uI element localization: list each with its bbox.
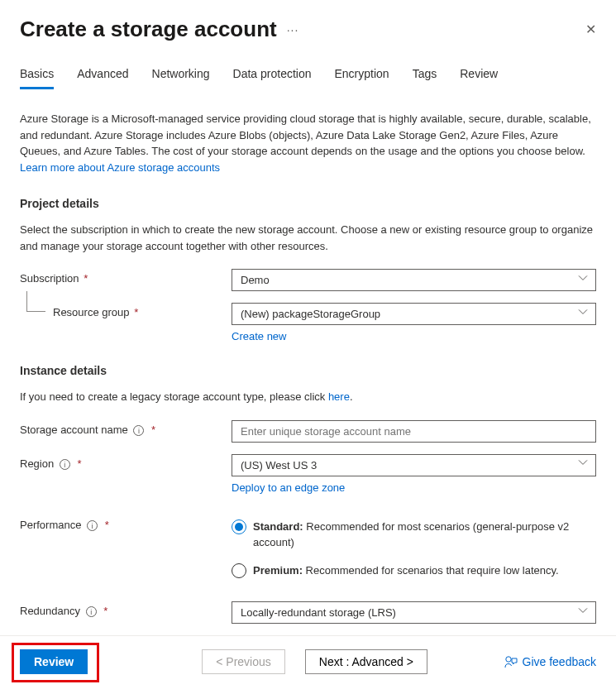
next-button[interactable]: Next : Advanced > <box>305 649 427 674</box>
performance-premium-radio[interactable]: Premium: Recommended for scenarios that … <box>232 562 596 579</box>
subscription-label: Subscription <box>20 272 79 285</box>
resource-group-row: Resource group * (New) packageStorageGro… <box>20 303 596 342</box>
region-select[interactable]: (US) West US 3 <box>232 454 596 476</box>
close-icon[interactable]: ✕ <box>585 22 596 37</box>
learn-more-link[interactable]: Learn more about Azure storage accounts <box>20 161 220 174</box>
edge-zone-link[interactable]: Deploy to an edge zone <box>232 481 345 494</box>
required-mark: * <box>77 457 81 470</box>
project-details-heading: Project details <box>20 197 596 210</box>
info-icon[interactable]: i <box>87 520 98 531</box>
subscription-row: Subscription * Demo <box>20 269 596 291</box>
tab-data-protection[interactable]: Data protection <box>233 67 312 89</box>
tab-encryption[interactable]: Encryption <box>335 67 389 89</box>
resource-group-select[interactable]: (New) packageStorageGroup <box>232 303 596 325</box>
storage-name-label: Storage account name <box>20 424 128 436</box>
wizard-footer: Review < Previous Next : Advanced > Give… <box>0 635 616 694</box>
performance-label: Performance <box>20 519 81 531</box>
radio-icon <box>232 563 246 578</box>
resource-group-label: Resource group <box>53 306 130 318</box>
feedback-link[interactable]: Give feedback <box>504 655 597 668</box>
wizard-tabs: Basics Advanced Networking Data protecti… <box>20 67 596 89</box>
feedback-icon <box>504 655 518 668</box>
required-mark: * <box>103 605 107 617</box>
storage-name-input[interactable] <box>232 420 596 443</box>
required-mark: * <box>105 519 109 531</box>
performance-standard-radio[interactable]: Standard: Recommended for most scenarios… <box>232 519 596 551</box>
storage-name-row: Storage account name i * <box>20 420 596 443</box>
redundancy-row: Redundancy i * Locally-redundant storage… <box>20 601 596 624</box>
intro-text: Azure Storage is a Microsoft-managed ser… <box>20 111 596 175</box>
tab-advanced[interactable]: Advanced <box>77 67 128 89</box>
project-details-desc: Select the subscription in which to crea… <box>20 222 596 254</box>
tab-tags[interactable]: Tags <box>413 67 437 89</box>
required-mark: * <box>134 306 138 318</box>
required-mark: * <box>151 424 155 436</box>
tab-basics[interactable]: Basics <box>20 67 54 89</box>
page-header: Create a storage account ··· ✕ <box>20 17 596 42</box>
redundancy-label: Redundancy <box>20 605 80 617</box>
performance-row: Performance i * Standard: Recommended fo… <box>20 515 596 591</box>
instance-details-heading: Instance details <box>20 364 596 377</box>
info-icon[interactable]: i <box>60 459 70 470</box>
tab-networking[interactable]: Networking <box>152 67 210 89</box>
intro-body: Azure Storage is a Microsoft-managed ser… <box>20 112 591 157</box>
info-icon[interactable]: i <box>133 425 144 436</box>
required-mark: * <box>84 272 88 285</box>
legacy-here-link[interactable]: here <box>328 390 350 403</box>
legacy-note: If you need to create a legacy storage a… <box>20 389 596 405</box>
svg-point-0 <box>505 657 510 662</box>
more-icon[interactable]: ··· <box>287 23 299 36</box>
tab-review[interactable]: Review <box>460 67 498 89</box>
region-row: Region i * (US) West US 3 Deploy to an e… <box>20 454 596 494</box>
radio-icon <box>232 519 246 534</box>
info-icon[interactable]: i <box>86 606 97 617</box>
redundancy-select[interactable]: Locally-redundant storage (LRS) <box>232 601 596 624</box>
subscription-select[interactable]: Demo <box>232 269 596 291</box>
previous-button[interactable]: < Previous <box>202 649 285 674</box>
page-title: Create a storage account <box>20 17 277 42</box>
review-button[interactable]: Review <box>20 649 88 674</box>
region-label: Region <box>20 457 54 470</box>
create-new-link[interactable]: Create new <box>232 330 286 342</box>
